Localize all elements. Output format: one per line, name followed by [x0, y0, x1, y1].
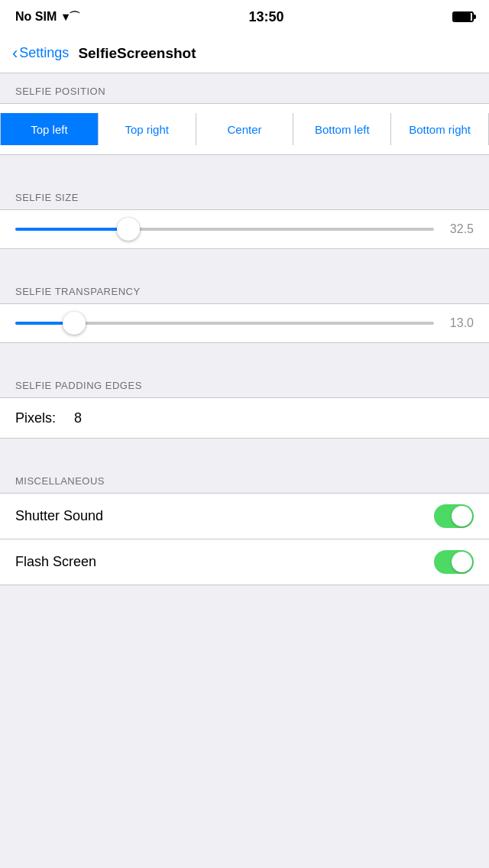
position-bottom-left[interactable]: Bottom left: [293, 113, 391, 145]
selfie-position-control[interactable]: Top left Top right Center Bottom left Bo…: [0, 113, 489, 145]
page-title: SelfieScreenshot: [78, 45, 196, 62]
selfie-size-thumb[interactable]: [117, 218, 140, 241]
spacer-1: [0, 155, 489, 180]
wifi-icon: ▾⌒: [63, 10, 80, 24]
flash-screen-row: Flash Screen: [0, 539, 489, 585]
selfie-size-track[interactable]: [15, 228, 434, 231]
selfie-size-value: 32.5: [443, 222, 474, 236]
pixels-value: 8: [74, 410, 82, 426]
status-bar-right: [452, 11, 474, 22]
selfie-position-section: Top left Top right Center Bottom left Bo…: [0, 103, 489, 155]
shutter-sound-label: Shutter Sound: [15, 508, 103, 524]
spacer-2: [0, 249, 489, 274]
flash-screen-toggle[interactable]: [434, 550, 474, 574]
position-center[interactable]: Center: [196, 113, 294, 145]
selfie-size-slider-row: 32.5: [0, 209, 489, 249]
selfie-size-header: SELFIE SIZE: [0, 180, 489, 209]
selfie-padding-section: Pixels: 8: [0, 397, 489, 439]
carrier-label: No SIM: [15, 10, 57, 24]
spacer-3: [0, 343, 489, 368]
status-bar-time: 13:50: [249, 9, 284, 25]
nav-bar: ‹ Settings SelfieScreenshot: [0, 34, 489, 73]
selfie-size-fill: [15, 228, 128, 231]
shutter-sound-toggle-knob: [452, 506, 472, 526]
battery-fill: [454, 13, 471, 21]
position-top-right[interactable]: Top right: [99, 113, 196, 145]
selfie-transparency-track[interactable]: [15, 322, 434, 325]
pixels-row: Pixels: 8: [0, 398, 489, 438]
battery-icon: [452, 11, 474, 22]
shutter-sound-row: Shutter Sound: [0, 494, 489, 539]
spacer-4: [0, 439, 489, 463]
selfie-transparency-slider-row: 13.0: [0, 303, 489, 343]
selfie-transparency-value: 13.0: [443, 316, 474, 330]
flash-screen-toggle-knob: [452, 552, 472, 572]
miscellaneous-header: MISCELLANEOUS: [0, 463, 489, 493]
selfie-transparency-header: SELFIE TRANSPARENCY: [0, 274, 489, 303]
position-top-left[interactable]: Top left: [1, 113, 99, 145]
shutter-sound-toggle[interactable]: [434, 504, 474, 528]
back-button[interactable]: ‹ Settings: [12, 44, 69, 63]
pixels-label: Pixels:: [15, 410, 56, 426]
selfie-position-header: SELFIE POSITION: [0, 73, 489, 103]
back-label[interactable]: Settings: [19, 45, 69, 61]
status-bar: No SIM ▾⌒ 13:50: [0, 0, 489, 34]
chevron-left-icon: ‹: [12, 44, 18, 63]
selfie-padding-header: SELFIE PADDING EDGES: [0, 368, 489, 397]
miscellaneous-section: Shutter Sound Flash Screen: [0, 493, 489, 585]
selfie-transparency-thumb[interactable]: [63, 312, 86, 335]
position-bottom-right[interactable]: Bottom right: [391, 113, 488, 145]
flash-screen-label: Flash Screen: [15, 554, 96, 570]
status-bar-left: No SIM ▾⌒: [15, 10, 80, 24]
